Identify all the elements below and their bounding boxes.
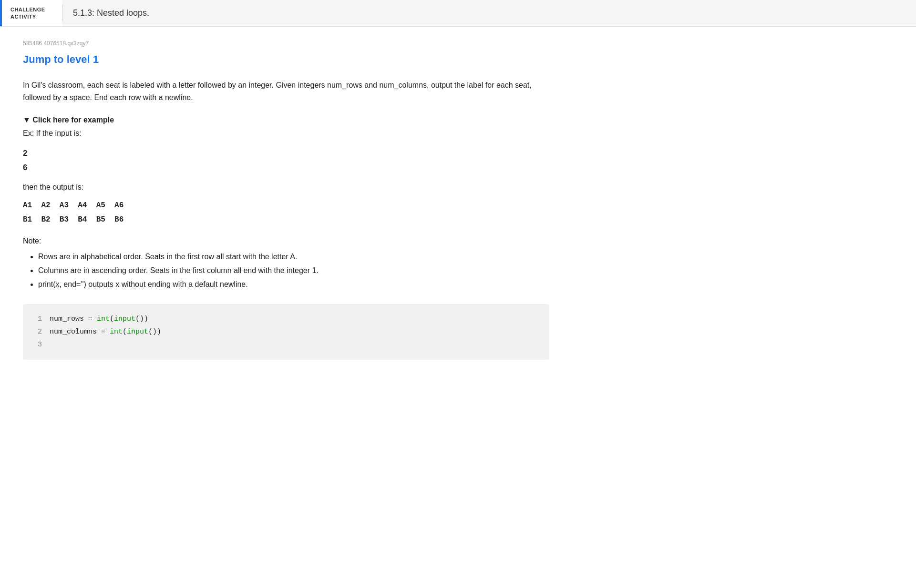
example-toggle-label: ▼ Click here for example	[23, 116, 114, 124]
input-line-1: 2	[23, 146, 549, 161]
page-header: CHALLENGE ACTIVITY 5.1.3: Nested loops.	[0, 0, 916, 27]
output-example: A1 A2 A3 A4 A5 A6 B1 B2 B3 B4 B5 B6	[23, 198, 549, 227]
note-item-2: Columns are in ascending order. Seats in…	[38, 264, 549, 277]
input-line-2: 6	[23, 161, 549, 175]
code-line-1: 1 num_rows = int(input())	[32, 313, 540, 325]
line-num-1: 1	[32, 313, 42, 325]
example-input-label: Ex: If the input is:	[23, 129, 549, 138]
page-title: 5.1.3: Nested loops.	[62, 0, 160, 26]
code-content-2: num_columns = int(input())	[50, 325, 161, 338]
session-id: 535486.4076518.qx3zqy7	[23, 40, 549, 47]
notes-list: Rows are in alphabetical order. Seats in…	[23, 250, 549, 291]
note-label: Note:	[23, 237, 549, 245]
example-toggle[interactable]: ▼ Click here for example	[23, 116, 549, 124]
line-num-3: 3	[32, 338, 42, 351]
code-line-2: 2 num_columns = int(input())	[32, 325, 540, 338]
code-content-1: num_rows = int(input())	[50, 313, 148, 325]
jump-to-level-link[interactable]: Jump to level 1	[23, 53, 99, 66]
code-line-3: 3	[32, 338, 540, 351]
note-item-1: Rows are in alphabetical order. Seats in…	[38, 250, 549, 263]
input-example: 2 6	[23, 146, 549, 175]
line-num-2: 2	[32, 325, 42, 338]
challenge-badge: CHALLENGE ACTIVITY	[0, 0, 62, 26]
main-content: 535486.4076518.qx3zqy7 Jump to level 1 I…	[0, 27, 572, 383]
problem-description: In Gil's classroom, each seat is labeled…	[23, 79, 549, 104]
code-block: 1 num_rows = int(input()) 2 num_columns …	[23, 304, 549, 360]
code-content-3	[50, 338, 54, 351]
note-item-3: print(x, end='') outputs x without endin…	[38, 278, 549, 291]
output-label: then the output is:	[23, 183, 549, 192]
badge-line2: ACTIVITY	[10, 13, 45, 20]
output-line-2: B1 B2 B3 B4 B5 B6	[23, 213, 549, 227]
badge-line1: CHALLENGE	[10, 6, 45, 13]
output-line-1: A1 A2 A3 A4 A5 A6	[23, 198, 549, 213]
